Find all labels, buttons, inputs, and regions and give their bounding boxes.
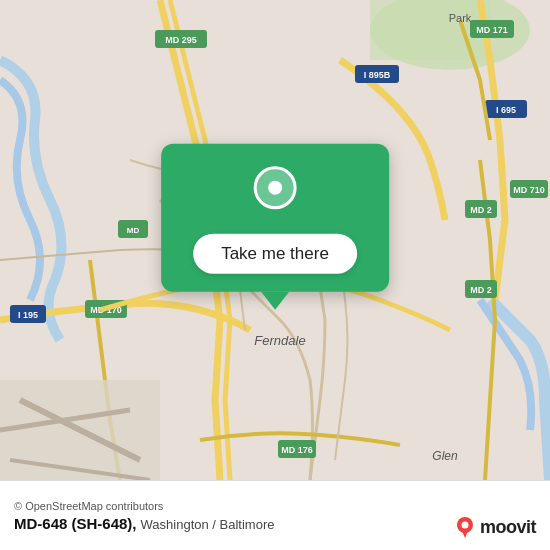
location-subtitle: Washington / Baltimore [141, 517, 275, 532]
svg-text:MD 2: MD 2 [470, 285, 492, 295]
moovit-brand-text: moovit [480, 517, 536, 538]
svg-text:MD 295: MD 295 [165, 35, 197, 45]
svg-point-37 [268, 181, 282, 195]
location-title: MD-648 (SH-648), [14, 515, 137, 532]
svg-text:I 895B: I 895B [364, 70, 391, 80]
svg-text:MD 2: MD 2 [470, 205, 492, 215]
copyright-text: © OpenStreetMap contributors [14, 500, 536, 512]
svg-text:I 695: I 695 [496, 105, 516, 115]
svg-text:MD 171: MD 171 [476, 25, 508, 35]
svg-text:Ferndale: Ferndale [254, 333, 305, 348]
svg-text:MD: MD [127, 226, 140, 235]
location-pin-icon [251, 166, 299, 222]
moovit-logo: moovit [454, 516, 536, 538]
svg-text:MD 176: MD 176 [281, 445, 313, 455]
svg-text:Park: Park [449, 12, 472, 24]
svg-marker-40 [462, 531, 468, 538]
map-container: MD 295 I 895B I 695 MD 171 MD 2 MD 2 MD … [0, 0, 550, 480]
svg-text:MD 710: MD 710 [513, 185, 545, 195]
bottom-bar: © OpenStreetMap contributors MD-648 (SH-… [0, 480, 550, 550]
svg-point-39 [461, 522, 468, 529]
moovit-pin-icon [454, 516, 476, 538]
map-popup: Take me there [161, 144, 389, 310]
popup-arrow [261, 292, 289, 310]
svg-text:Glen: Glen [432, 449, 458, 463]
svg-text:I 195: I 195 [18, 310, 38, 320]
take-me-there-button[interactable]: Take me there [193, 234, 357, 274]
popup-box: Take me there [161, 144, 389, 292]
